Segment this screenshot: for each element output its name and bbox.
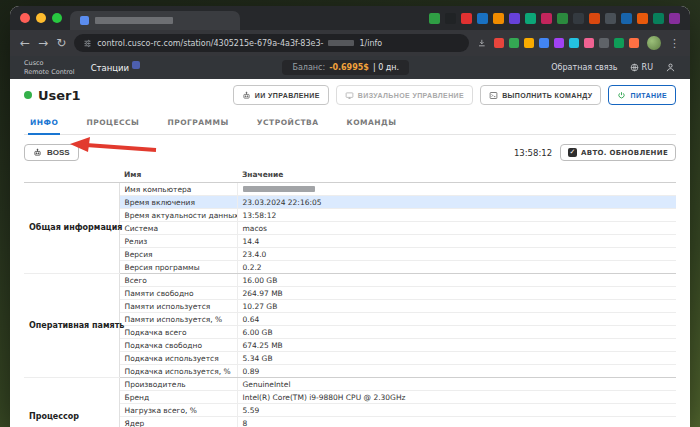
minimize-window-button[interactable] [36,13,46,23]
nav-stations[interactable]: Станции [91,63,141,73]
power-icon [617,91,626,100]
profile-avatar[interactable] [647,36,661,50]
property-name: Памяти используется [119,300,237,313]
power-button[interactable]: ПИТАНИЕ [608,85,676,105]
extension-icon[interactable] [584,38,594,48]
pinned-tab-favicon[interactable] [461,13,472,24]
page-content: User1 ИИ УПРАВЛЕНИЕ ВИЗУАЛЬНОЕ УПРАВЛЕНИ… [10,79,690,427]
property-name: Версия программы [119,261,237,274]
reload-button[interactable]: ↻ [56,37,66,49]
property-name: Система [119,222,237,235]
table-row[interactable]: Общая информацияИмя компьютера [24,183,676,196]
tune-icon[interactable] [83,39,92,48]
property-value: 13:58:12 [237,209,676,222]
globe-icon [630,63,639,72]
station-header: User1 ИИ УПРАВЛЕНИЕ ВИЗУАЛЬНОЕ УПРАВЛЕНИ… [24,85,676,105]
property-name: Релиз [119,235,237,248]
back-button[interactable]: ← [20,37,30,49]
pinned-tab-favicon[interactable] [605,13,616,24]
table-row[interactable]: Релиз14.4 [24,235,676,248]
balance-chip: Баланс: -0.6995$ | 0 дн. [282,60,409,75]
extension-icon[interactable] [569,38,579,48]
monitor-icon [345,91,354,100]
pinned-tab-favicon[interactable] [445,13,456,24]
property-value: 23.4.0 [237,248,676,261]
column-header-group [24,167,119,183]
table-row[interactable]: ПроцессорПроизводительGenuineIntel [24,378,676,391]
extension-icon[interactable] [494,38,504,48]
extension-icon[interactable] [524,38,534,48]
forward-button[interactable]: → [38,37,48,49]
table-row[interactable]: Время включения23.03.2024 22:16:05 [24,196,676,209]
extension-icon[interactable] [539,38,549,48]
table-row[interactable]: Время актуальности данных13:58:12 [24,209,676,222]
extension-icon[interactable] [599,38,609,48]
pinned-tab-favicon[interactable] [429,13,440,24]
pinned-tab-favicon[interactable] [589,13,600,24]
table-row[interactable]: Версия программы0.2.2 [24,261,676,274]
checkbox-checked-icon[interactable]: ✓ [568,148,577,157]
property-value: 264.97 MB [237,287,676,300]
table-row[interactable]: Нагрузка всего, %5.59 [24,404,676,417]
user-icon[interactable] [665,62,676,73]
pinned-tab-favicon[interactable] [493,13,504,24]
close-window-button[interactable] [20,13,30,23]
nav-tab[interactable]: КОМАНДЫ [345,114,399,134]
pinned-tab-favicon[interactable] [541,13,552,24]
address-bar[interactable]: control.cusco-rc.com/station/4305215e-67… [74,34,469,52]
balance-value: -0.6995$ [329,63,369,72]
feedback-link[interactable]: Обратная связь [551,63,617,72]
extension-icon[interactable] [614,38,624,48]
zoom-window-button[interactable] [52,13,62,23]
pinned-tab-favicon[interactable] [477,13,488,24]
boss-button[interactable]: BOSS [24,144,79,161]
property-name: Время включения [119,196,237,209]
visual-control-button[interactable]: ВИЗУАЛЬНОЕ УПРАВЛЕНИЕ [336,85,473,105]
table-row[interactable]: Памяти используется10.27 GB [24,300,676,313]
table-row[interactable]: Памяти свободно264.97 MB [24,287,676,300]
pinned-tab-favicon[interactable] [525,13,536,24]
property-value: 0.64 [237,313,676,326]
pinned-tab-favicon[interactable] [669,13,680,24]
extension-icon[interactable] [554,38,564,48]
table-row[interactable]: Подкачка используется5.34 GB [24,352,676,365]
pinned-tab-favicon[interactable] [509,13,520,24]
property-value: 5.59 [237,404,676,417]
pinned-tab-favicon[interactable] [573,13,584,24]
table-row[interactable]: Версия23.4.0 [24,248,676,261]
nav-tab[interactable]: УСТРОЙСТВА [255,114,321,134]
pinned-tab-favicon[interactable] [653,13,664,24]
table-row[interactable]: Оперативная памятьВсего16.00 GB [24,274,676,287]
app-header: Cusco Remote Control Станции Баланс: -0.… [10,56,690,79]
auto-refresh-toggle[interactable]: ✓ АВТО. ОБНОВЛЕНИЕ [560,144,676,161]
browser-tab-active[interactable] [70,11,240,30]
table-row[interactable]: Подкачка свободно674.25 MB [24,339,676,352]
pinned-tab-favicon[interactable] [637,13,648,24]
nav-tab[interactable]: ПРОГРАММЫ [165,114,230,134]
extension-icon[interactable] [509,38,519,48]
pinned-tab-favicon[interactable] [621,13,632,24]
traffic-lights [20,13,62,23]
desktop-background: ← → ↻ control.cusco-rc.com/station/43052… [0,0,700,427]
table-row[interactable]: Ядер8 [24,417,676,427]
property-value [237,183,676,196]
nav-tab[interactable]: ПРОЦЕССЫ [84,114,141,134]
execute-command-button[interactable]: ВЫПОЛНИТЬ КОМАНДУ [480,85,601,105]
pinned-tab-favicon[interactable] [557,13,568,24]
table-row[interactable]: Подкачка используется, %0.89 [24,365,676,378]
pinned-tabs [429,13,680,24]
property-value: GenuineIntel [237,378,676,391]
app-logo: Cusco Remote Control [24,59,75,76]
download-icon[interactable] [477,38,487,48]
tab-favicon-icon [80,16,89,25]
browser-menu-icon[interactable]: ⋮ [669,38,680,49]
property-name: Подкачка всего [119,326,237,339]
property-name: Подкачка свободно [119,339,237,352]
extension-icon[interactable] [629,38,639,48]
tab-bar: ИНФОПРОЦЕССЫПРОГРАММЫУСТРОЙСТВАКОМАНДЫ [24,114,676,135]
ai-control-button[interactable]: ИИ УПРАВЛЕНИЕ [233,85,329,105]
language-selector[interactable]: RU [630,63,653,72]
nav-tab[interactable]: ИНФО [28,114,60,135]
table-row[interactable]: БрендIntel(R) Core(TM) i9-9880H CPU @ 2.… [24,391,676,404]
execute-command-label: ВЫПОЛНИТЬ КОМАНДУ [502,92,592,99]
